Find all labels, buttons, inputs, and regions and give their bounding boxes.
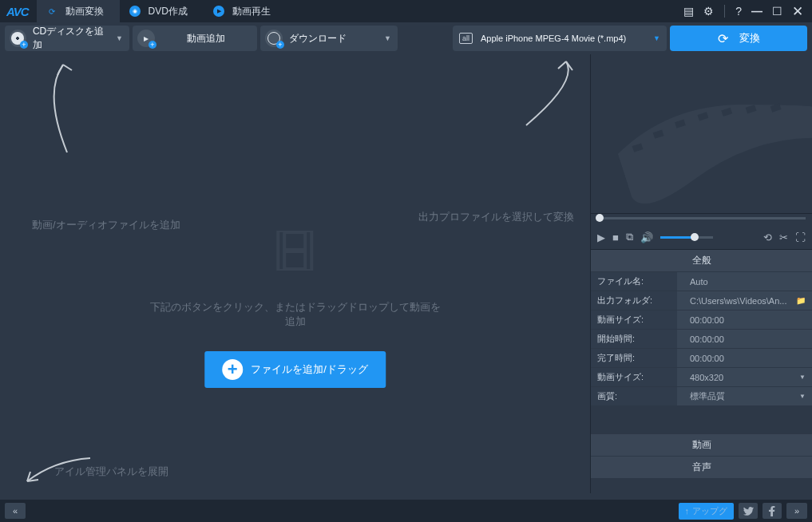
up-arrow-icon: ↑	[685, 506, 690, 516]
prop-value-resolution[interactable]: 480x320▼	[677, 368, 812, 386]
tab-label: DVD作成	[149, 5, 188, 18]
drop-text: 下記のボタンをクリック、またはドラッグドロップして動画を追加	[148, 300, 443, 329]
chevron-down-icon: ▼	[653, 34, 660, 42]
play-button[interactable]: ▶	[597, 231, 605, 243]
convert-icon: ⟳	[718, 31, 728, 46]
hint-select-profile: 出力プロファイルを選択して変換	[418, 210, 574, 224]
section-general: 全般	[591, 250, 812, 272]
all-badge: all	[459, 33, 473, 44]
add-file-button[interactable]: + ファイルを追加/ドラッグ	[204, 351, 386, 388]
tab-dvd[interactable]: ◉ DVD作成	[120, 0, 204, 22]
prop-value-end: 00:00:00	[677, 349, 812, 367]
chevron-down-icon: ▼	[799, 374, 806, 381]
prop-label: ファイル名:	[591, 272, 677, 291]
collapsed-sections: 動画 音声	[591, 433, 812, 478]
filmstrip-icon	[611, 69, 812, 222]
label: ファイルを追加/ドラッグ	[251, 362, 368, 377]
disc-add-icon	[10, 30, 26, 47]
disc-icon: ◉	[129, 6, 141, 17]
chevron-down-icon: ▼	[116, 34, 123, 42]
facebook-button[interactable]	[762, 503, 782, 519]
volume-icon[interactable]: 🔊	[640, 231, 653, 243]
window-controls: ▤ ⚙ ? — ☐ ✕	[681, 2, 812, 22]
hint-arrow-1	[35, 61, 91, 159]
stop-button[interactable]: ■	[612, 231, 619, 243]
player-controls: ▶ ■ ⧉ 🔊 ⟲ ✂ ⛶	[591, 225, 812, 249]
maximize-icon[interactable]: ☐	[770, 3, 785, 19]
refresh-icon: ⟳	[46, 6, 57, 17]
title-bar: AVC ⟳ 動画変換 ◉ DVD作成 ▶ 動画再生 ▤ ⚙ ? — ☐ ✕	[0, 0, 812, 22]
close-icon[interactable]: ✕	[790, 2, 806, 22]
svg-rect-1	[280, 232, 283, 269]
expand-right-button[interactable]: »	[786, 503, 807, 519]
add-video-button[interactable]: 動画追加	[133, 26, 257, 51]
cut-button[interactable]: ✂	[779, 231, 788, 243]
prop-label: 出力フォルダ:	[591, 291, 677, 310]
prop-value-size: 00:00:00	[677, 310, 812, 329]
section-audio[interactable]: 音声	[591, 456, 812, 478]
tab-label: 動画再生	[232, 5, 271, 18]
section-video[interactable]: 動画	[591, 433, 812, 456]
expand-left-button[interactable]: «	[5, 503, 26, 519]
folder-icon[interactable]: 📁	[796, 296, 806, 305]
hint-expand-panel: アイル管理パネルを展開	[54, 465, 168, 479]
output-profile-select[interactable]: all Apple iPhone MPEG-4 Movie (*.mp4) ▼	[453, 26, 667, 51]
tab-convert[interactable]: ⟳ 動画変換	[37, 0, 120, 22]
label: 動画追加	[187, 32, 225, 45]
prop-value-folder[interactable]: C:\Users\ws\Videos\An...📁	[677, 291, 812, 310]
tab-label: 動画変換	[65, 5, 104, 18]
seek-thumb[interactable]	[596, 214, 604, 222]
label: ダウンロード	[289, 32, 347, 45]
app-logo: AVC	[0, 5, 37, 18]
prop-label: 画質:	[591, 387, 677, 405]
add-disc-button[interactable]: CDディスクを追加 ▼	[5, 26, 129, 51]
tab-play[interactable]: ▶ 動画再生	[204, 0, 287, 22]
hint-arrow-2	[518, 57, 582, 132]
main-area: 動画/オーディオファイルを追加 出力プロファイルを選択して変換 下記のボタンをク…	[0, 54, 812, 493]
minimize-icon[interactable]: —	[749, 3, 765, 19]
prop-label: 完了時間:	[591, 349, 677, 367]
volume-slider[interactable]	[660, 236, 713, 239]
label: CDディスクを追加	[33, 25, 109, 52]
download-button[interactable]: ダウンロード ▼	[260, 26, 398, 51]
drop-zone[interactable]: 下記のボタンをクリック、またはドラッグドロップして動画を追加 + ファイルを追加…	[148, 226, 443, 388]
convert-button[interactable]: ⟳ 変換	[670, 26, 807, 51]
label: 変換	[739, 31, 760, 45]
prop-label: 動画サイズ:	[591, 368, 677, 386]
download-icon	[265, 30, 283, 47]
prop-label: 動画サイズ:	[591, 310, 677, 329]
video-add-icon	[137, 30, 155, 47]
status-bar: « ↑アップグ »	[0, 500, 812, 522]
prop-value-filename: Auto	[677, 272, 812, 291]
toolbar: CDディスクを追加 ▼ 動画追加 ダウンロード ▼ all Apple iPho…	[0, 22, 812, 54]
expand-button[interactable]: ⛶	[795, 231, 806, 243]
help-icon[interactable]: ?	[733, 3, 744, 19]
prop-value-quality[interactable]: 標準品質▼	[677, 387, 812, 405]
preview-area	[591, 54, 812, 214]
twitter-button[interactable]	[739, 503, 758, 519]
profile-label: Apple iPhone MPEG-4 Movie (*.mp4)	[481, 34, 626, 43]
svg-rect-4	[287, 253, 304, 267]
prop-value-start: 00:00:00	[677, 330, 812, 348]
upgrade-button[interactable]: ↑アップグ	[679, 503, 735, 520]
properties-table: 全般 ファイル名:Auto 出力フォルダ:C:\Users\ws\Videos\…	[591, 249, 812, 406]
file-list-pane: 動画/オーディオファイルを追加 出力プロファイルを選択して変換 下記のボタンをク…	[0, 54, 591, 493]
snapshot-button[interactable]: ⧉	[626, 231, 633, 243]
gear-icon[interactable]: ⚙	[701, 3, 716, 19]
plus-icon: +	[222, 359, 243, 380]
svg-rect-2	[307, 232, 311, 269]
chevron-down-icon: ▼	[799, 393, 806, 400]
divider	[724, 5, 725, 18]
prop-label: 開始時間:	[591, 330, 677, 348]
svg-rect-3	[287, 234, 304, 248]
chevron-down-icon: ▼	[384, 34, 391, 42]
log-icon[interactable]: ▤	[681, 3, 696, 19]
properties-pane: ▶ ■ ⧉ 🔊 ⟲ ✂ ⛶ 全般 ファイル名:Auto 出力フォルダ:C:\Us…	[591, 54, 812, 493]
play-icon: ▶	[213, 6, 224, 17]
film-icon	[271, 226, 320, 275]
loop-button[interactable]: ⟲	[763, 231, 772, 243]
seek-bar[interactable]	[591, 214, 812, 225]
